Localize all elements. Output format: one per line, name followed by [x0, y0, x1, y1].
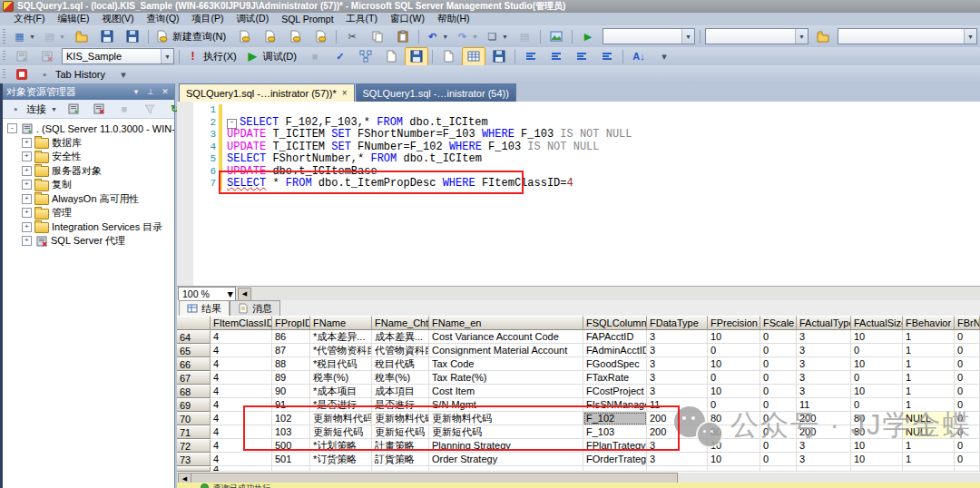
- grid-cell[interactable]: *代管物资科目: [310, 344, 372, 357]
- grid-cell[interactable]: 86: [272, 330, 310, 344]
- grid-cell[interactable]: 200: [647, 412, 708, 425]
- grid-header-cell[interactable]: [177, 316, 211, 330]
- grid-cell[interactable]: F_103: [583, 425, 647, 439]
- grid-cell[interactable]: 1: [903, 385, 955, 398]
- grid-cell[interactable]: 0: [955, 344, 980, 357]
- grid-cell[interactable]: 稅率(%): [372, 371, 429, 385]
- tree-node[interactable]: +安全性: [3, 150, 174, 164]
- database-engine-query-button[interactable]: [232, 27, 256, 46]
- grid-cell[interactable]: 0: [708, 344, 760, 357]
- close-icon[interactable]: ✕: [160, 86, 171, 97]
- grid-cell[interactable]: 11: [647, 398, 708, 412]
- grid-cell[interactable]: 10: [708, 330, 760, 344]
- grid-cell[interactable]: 80: [851, 412, 903, 425]
- undo-button[interactable]: ↶▼: [423, 27, 451, 46]
- uncomment-lines-button[interactable]: [544, 47, 568, 66]
- grid-cell[interactable]: 3: [797, 330, 851, 344]
- grid-cell[interactable]: 200: [797, 425, 851, 439]
- save-all-button[interactable]: [121, 27, 144, 46]
- grid-row-number[interactable]: 73: [177, 453, 211, 466]
- grid-row-number[interactable]: 69: [177, 398, 211, 412]
- grid-cell[interactable]: 3: [797, 385, 851, 398]
- grid-cell[interactable]: 200: [797, 412, 851, 425]
- search-combo[interactable]: ▼: [838, 28, 977, 44]
- grid-cell[interactable]: 10: [851, 357, 903, 371]
- grid-cell[interactable]: 更新物料代码: [310, 412, 372, 425]
- grid-cell[interactable]: 3: [797, 439, 851, 453]
- grid-cell[interactable]: 4: [211, 453, 272, 466]
- grid-cell[interactable]: 3: [797, 371, 851, 385]
- grid-cell[interactable]: 更新短代码: [310, 425, 372, 439]
- menu-item[interactable]: 帮助(H): [431, 13, 476, 25]
- grid-cell[interactable]: *税目代码: [310, 357, 372, 371]
- grid-cell[interactable]: 88: [272, 357, 310, 371]
- grid-row-number[interactable]: 67: [177, 371, 211, 385]
- analysis-services-dmx-query-button[interactable]: [283, 27, 307, 46]
- grid-cell[interactable]: 91: [272, 398, 310, 412]
- grid-cell[interactable]: Cost Item: [429, 385, 583, 398]
- grid-cell[interactable]: 0: [760, 371, 797, 385]
- grid-cell[interactable]: 1: [903, 357, 955, 371]
- expand-icon[interactable]: +: [22, 151, 32, 161]
- grid-cell[interactable]: 0: [851, 398, 903, 412]
- tree-node[interactable]: +复制: [3, 178, 174, 192]
- template-explorer-button[interactable]: [811, 27, 835, 46]
- grid-cell[interactable]: 10: [708, 385, 760, 398]
- grid-cell[interactable]: 税率(%): [310, 371, 372, 385]
- grid-cell[interactable]: 更新短代码: [372, 425, 429, 439]
- expand-icon[interactable]: +: [22, 236, 32, 246]
- grid-cell[interactable]: 0: [955, 371, 980, 385]
- grid-cell[interactable]: *成本差异...: [310, 330, 372, 344]
- grid-cell[interactable]: 4: [211, 344, 272, 357]
- menu-item[interactable]: 项目(P): [186, 13, 230, 25]
- grid-row-number[interactable]: 66: [177, 357, 211, 371]
- grid-cell[interactable]: 3: [797, 344, 851, 357]
- grid-cell[interactable]: 3: [797, 357, 851, 371]
- copy-button[interactable]: [366, 27, 389, 46]
- grid-cell[interactable]: 10: [851, 330, 903, 344]
- expand-icon[interactable]: +: [22, 180, 32, 190]
- grid-header-cell[interactable]: FSQLColumnName: [583, 316, 647, 330]
- results-to-text-button[interactable]: [436, 47, 460, 66]
- debug-play-button[interactable]: ▶: [576, 27, 600, 46]
- grid-cell[interactable]: 0: [760, 412, 797, 425]
- debug-button[interactable]: ▶调试(D): [243, 47, 301, 66]
- grid-cell[interactable]: 102: [272, 412, 310, 425]
- grid-cell[interactable]: 0: [708, 371, 760, 385]
- redo-button[interactable]: ↷▼: [453, 27, 481, 46]
- grid-cell[interactable]: Tax Rate(%): [429, 371, 583, 385]
- decrease-indent-button[interactable]: [570, 47, 593, 66]
- fold-collapse-icon[interactable]: -: [227, 119, 237, 129]
- grid-cell[interactable]: NULL: [903, 412, 955, 425]
- grid-cell[interactable]: FPlanTrategy: [583, 439, 647, 453]
- grid-cell[interactable]: 90: [272, 385, 310, 398]
- grid-cell[interactable]: Cost Variance Account Code: [429, 330, 583, 344]
- grid-cell[interactable]: FCostProject: [583, 385, 647, 398]
- grid-cell[interactable]: 3: [647, 439, 708, 453]
- connect-button[interactable]: [10, 47, 34, 66]
- change-connection-button[interactable]: [35, 47, 59, 66]
- grid-cell[interactable]: 0: [955, 439, 980, 453]
- grid-cell[interactable]: FGoodSpec: [583, 357, 647, 371]
- grid-cell[interactable]: 0: [955, 425, 980, 439]
- grid-cell[interactable]: 0: [760, 385, 797, 398]
- window-position-icon[interactable]: ▾: [131, 86, 142, 97]
- execute-button[interactable]: !执行(X): [183, 47, 241, 66]
- grid-cell[interactable]: NULL: [903, 425, 955, 439]
- menu-item[interactable]: 文件(F): [7, 13, 51, 25]
- grid-cell[interactable]: 3: [647, 357, 708, 371]
- grid-cell[interactable]: FTaxRate: [583, 371, 647, 385]
- grid-cell[interactable]: Consignment Material Account: [429, 344, 583, 357]
- editor-line[interactable]: 4UPDATE T_ICITEM SET FNumber=F_102 WHERE…: [193, 142, 980, 154]
- grid-cell[interactable]: 3: [647, 344, 708, 357]
- menu-item[interactable]: 查询(Q): [140, 13, 185, 25]
- open-file-button[interactable]: [70, 27, 93, 46]
- toolbar-overflow-button[interactable]: ▾: [112, 65, 135, 84]
- query-options-button[interactable]: [379, 47, 403, 66]
- tree-node[interactable]: +AlwaysOn 高可用性: [3, 192, 174, 207]
- grid-cell[interactable]: Order Strategy: [429, 453, 583, 466]
- breakpoint-combo[interactable]: ▼: [705, 28, 808, 44]
- grid-cell[interactable]: 3: [647, 385, 708, 398]
- grid-cell[interactable]: 0: [760, 357, 797, 371]
- grid-cell[interactable]: 成本項目: [372, 385, 429, 398]
